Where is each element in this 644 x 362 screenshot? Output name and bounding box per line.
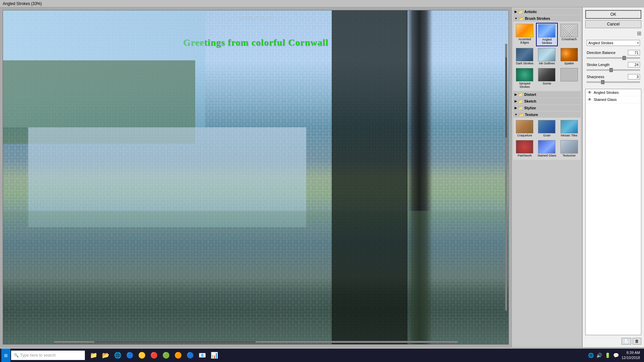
stroke-length-label: Stroke Length <box>587 63 620 67</box>
layer-name-angled: Angled Strokes <box>594 90 639 95</box>
stroke-length-value[interactable] <box>628 62 640 67</box>
label-patchwork: Patchwork <box>518 154 532 158</box>
taskbar-icon-ie[interactable]: 🌐 <box>112 350 123 361</box>
stroke-length-track[interactable] <box>587 69 640 71</box>
thumb-spatter <box>560 48 578 61</box>
direction-balance-label: Direction Balance <box>587 51 620 55</box>
taskbar-icon-app5[interactable]: 📧 <box>197 350 208 361</box>
start-icon: ⊞ <box>4 353 8 358</box>
ok-button[interactable]: OK <box>585 10 641 19</box>
section-sketch-header[interactable]: ▶ 📁 Sketch <box>513 98 581 104</box>
delete-layer-button[interactable]: 🗑 <box>633 338 641 345</box>
sharpness-label: Sharpness <box>587 75 620 79</box>
sketch-label: Sketch <box>524 99 536 103</box>
volume-icon: 🔊 <box>596 353 602 358</box>
filter-mosaic-tiles[interactable]: Mosaic Tiles <box>558 119 580 138</box>
start-button[interactable]: ⊞ <box>1 349 10 362</box>
filter-dark-strokes[interactable]: Dark Strokes <box>514 47 535 66</box>
taskbar-icon-app4[interactable]: 🔵 <box>185 350 196 361</box>
taskbar-icon-app3[interactable]: 🟠 <box>173 350 183 361</box>
taskbar-icon-folder[interactable]: 📂 <box>100 350 111 361</box>
filter-select[interactable]: Angled Strokes Accented Edges Crosshatch <box>587 40 640 46</box>
section-stylize-header[interactable]: ▶ 📁 Stylize <box>513 105 581 111</box>
thumb-patchwork <box>516 140 533 154</box>
direction-balance-thumb[interactable] <box>623 56 626 60</box>
h-scrollbar[interactable] <box>54 341 458 343</box>
section-distort-header[interactable]: ▶ 📁 Distort <box>513 92 581 98</box>
texture-folder-icon: 📂 <box>519 113 524 117</box>
filter-angled-strokes[interactable]: Angled Strokes <box>536 23 557 46</box>
label-accented-edges: Accented Edges <box>515 38 534 45</box>
thumb-dark-strokes <box>516 48 533 61</box>
label-crosshatch: Crosshatch <box>561 38 577 41</box>
taskbar-icon-app2[interactable]: 🟢 <box>161 350 171 361</box>
layer-actions: 📄 🗑 <box>584 337 643 346</box>
section-texture-header[interactable]: ▼ 📂 Texture <box>513 112 581 118</box>
sketch-folder-icon: 📁 <box>518 99 523 104</box>
filter-patchwork[interactable]: Patchwork <box>514 139 535 159</box>
taskbar-icon-app6[interactable]: 📊 <box>209 350 220 361</box>
stylize-folder-icon: 📁 <box>518 106 523 110</box>
clock-date: 12/10/2018 <box>622 355 640 360</box>
filter-ink-outlines[interactable]: Ink Outlines <box>536 47 557 66</box>
expand-controls: ⊞ <box>584 29 643 37</box>
notification-icon[interactable]: 💬 <box>613 353 619 358</box>
texture-grid: Craquelure Grain Mosaic Tiles Patchwork … <box>513 118 581 160</box>
direction-balance-track-row <box>587 57 640 59</box>
filter-crosshatch[interactable]: Crosshatch <box>558 23 580 46</box>
taskbar-icon-edge[interactable]: 🔵 <box>124 350 135 361</box>
filter-texturizer[interactable]: Texturizer <box>558 139 580 159</box>
thumb-grain <box>538 120 555 133</box>
sharpness-track[interactable] <box>587 81 640 83</box>
stroke-length-row: Stroke Length <box>587 62 640 67</box>
title-text: Angled Strokes (33%) <box>3 1 42 6</box>
taskbar-search-box[interactable]: 🔍 Type here to search <box>11 351 85 360</box>
eye-icon-angled[interactable]: 👁 <box>588 90 592 95</box>
thumb-accented-edges <box>516 24 533 37</box>
artistic-arrow: ▶ <box>515 10 517 13</box>
label-craquelure: Craquelure <box>517 134 532 137</box>
taskbar-icon-chrome[interactable]: 🟡 <box>137 350 147 361</box>
sharpness-value[interactable] <box>628 74 640 79</box>
filter-craquelure[interactable]: Craquelure <box>514 119 535 138</box>
section-brush-header[interactable]: ▼ 📂 Brush Strokes <box>513 15 581 21</box>
filter-spatter[interactable]: Spatter <box>558 47 580 66</box>
cancel-button[interactable]: Cancel <box>585 20 641 28</box>
filter-accented-edges[interactable]: Accented Edges <box>514 23 535 46</box>
thumb-empty <box>560 68 578 81</box>
sketch-arrow: ▶ <box>515 100 517 103</box>
new-layer-button[interactable]: 📄 <box>622 338 631 345</box>
section-brush-strokes: ▼ 📂 Brush Strokes Accented Edges Angled … <box>513 15 581 91</box>
sharpness-track-row <box>587 81 640 83</box>
brush-folder-icon: 📂 <box>519 16 524 21</box>
filter-sprayed-strokes[interactable]: Sprayed Strokes <box>514 67 535 90</box>
filter-grain[interactable]: Grain <box>536 119 557 138</box>
taskbar-icon-app1[interactable]: 🔴 <box>149 350 159 361</box>
direction-balance-track[interactable] <box>587 57 640 59</box>
thumb-crosshatch <box>560 24 578 37</box>
label-mosaic-tiles: Mosaic Tiles <box>561 134 578 137</box>
distort-arrow: ▶ <box>515 93 517 96</box>
layer-angled-strokes[interactable]: 👁 Angled Strokes <box>586 89 641 96</box>
stylize-label: Stylize <box>524 106 536 110</box>
label-grain: Grain <box>543 134 550 137</box>
sharpness-thumb[interactable] <box>601 80 604 84</box>
stroke-length-track-row <box>587 69 640 71</box>
section-sketch: ▶ 📁 Sketch <box>513 98 581 104</box>
section-stylize: ▶ 📁 Stylize <box>513 105 581 111</box>
v-scrollbar[interactable] <box>505 44 507 311</box>
thumb-angled-strokes <box>538 24 555 38</box>
filter-sumie[interactable]: Sumie <box>536 67 557 90</box>
section-artistic-header[interactable]: ▶ 📁 Artistic <box>513 9 581 15</box>
direction-balance-value[interactable] <box>628 50 640 55</box>
distort-label: Distort <box>524 93 536 97</box>
filter-stained-glass[interactable]: Stained Glass <box>536 139 557 159</box>
eye-icon-stained[interactable]: 👁 <box>588 97 592 102</box>
taskbar-icon-explorer[interactable]: 📁 <box>88 350 99 361</box>
stroke-length-thumb[interactable] <box>609 68 613 72</box>
filter-panel: ▶ 📁 Artistic ▼ 📂 Brush Strokes Accented … <box>512 7 582 347</box>
expand-icon[interactable]: ⊞ <box>637 30 641 37</box>
search-icon: 🔍 <box>14 353 19 358</box>
label-angled-strokes: Angled Strokes <box>537 38 556 45</box>
layer-stained-glass[interactable]: 👁 Stained Glass <box>586 96 641 103</box>
